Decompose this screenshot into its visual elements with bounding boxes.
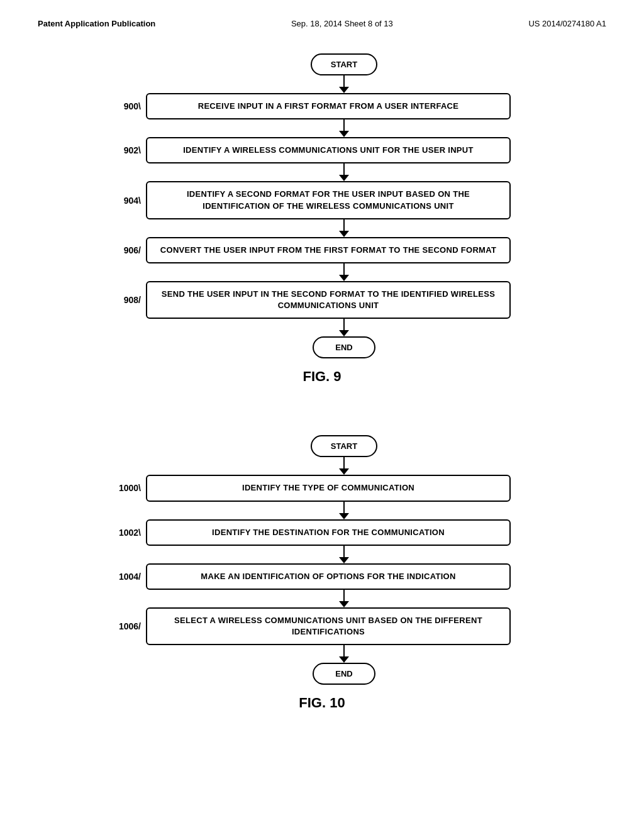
arrow-908 xyxy=(102,319,542,336)
end-oval-10: END xyxy=(313,663,375,685)
step-label-1006: 1006/ xyxy=(102,621,146,631)
step-row-902: 902\ IDENTIFY A WIRELESS COMMUNICATIONS … xyxy=(102,137,542,163)
arrow-head xyxy=(339,131,349,137)
figure-10: START 1000\ IDENTIFY THE TYPE OF COMMUNI… xyxy=(38,435,606,711)
step-box-906: CONVERT THE USER INPUT FROM THE FIRST FO… xyxy=(146,237,511,263)
end-oval-9: END xyxy=(313,336,375,358)
arrow-1004 xyxy=(102,590,542,607)
page: Patent Application Publication Sep. 18, … xyxy=(0,0,644,830)
header-center: Sep. 18, 2014 Sheet 8 of 13 xyxy=(291,19,393,28)
step-box-1004: MAKE AN IDENTIFICATION OF OPTIONS FOR TH… xyxy=(146,563,511,590)
arrow-start-10 xyxy=(102,457,542,475)
step-row-1004: 1004/ MAKE AN IDENTIFICATION OF OPTIONS … xyxy=(102,563,542,590)
end-oval-wrapper-10: END xyxy=(102,663,542,685)
step-label-1004: 1004/ xyxy=(102,572,146,582)
header-right: US 2014/0274180 A1 xyxy=(528,19,606,28)
start-oval-wrapper-10: START xyxy=(102,435,542,457)
arrow-head xyxy=(339,330,349,336)
step-label-908: 908/ xyxy=(102,295,146,305)
arrow-head xyxy=(339,231,349,237)
step-label-906: 906/ xyxy=(102,245,146,255)
step-row-1000: 1000\ IDENTIFY THE TYPE OF COMMUNICATION xyxy=(102,475,542,501)
arrow-head xyxy=(339,175,349,181)
arrow-start-9 xyxy=(102,75,542,93)
arrow-line xyxy=(343,502,345,513)
step-row-904: 904\ IDENTIFY A SECOND FORMAT FOR THE US… xyxy=(102,181,542,219)
step-box-908: SEND THE USER INPUT IN THE SECOND FORMAT… xyxy=(146,281,511,319)
step-label-1000: 1000\ xyxy=(102,483,146,493)
arrow-head xyxy=(339,656,349,663)
arrow-900 xyxy=(102,119,542,137)
step-box-1000: IDENTIFY THE TYPE OF COMMUNICATION xyxy=(146,475,511,501)
start-oval-10: START xyxy=(311,435,377,457)
arrow-line xyxy=(343,263,345,275)
arrow-902 xyxy=(102,163,542,181)
arrow-line xyxy=(343,75,345,87)
figures-container: START 900\ RECEIVE INPUT IN A FIRST FORM… xyxy=(38,53,606,717)
arrow-1002 xyxy=(102,546,542,563)
arrow-head xyxy=(339,468,349,475)
arrow-head xyxy=(339,275,349,281)
step-label-904: 904\ xyxy=(102,196,146,206)
step-row-1002: 1002\ IDENTIFY THE DESTINATION FOR THE C… xyxy=(102,519,542,546)
step-row-906: 906/ CONVERT THE USER INPUT FROM THE FIR… xyxy=(102,237,542,263)
arrow-1006 xyxy=(102,645,542,663)
page-header: Patent Application Publication Sep. 18, … xyxy=(38,19,606,28)
arrow-line xyxy=(343,319,345,330)
fig9-label: FIG. 9 xyxy=(303,368,341,385)
step-box-1006: SELECT A WIRELESS COMMUNICATIONS UNIT BA… xyxy=(146,607,511,645)
start-oval-wrapper-9: START xyxy=(102,53,542,75)
arrow-906 xyxy=(102,263,542,281)
start-oval-9: START xyxy=(311,53,377,75)
arrow-line xyxy=(343,163,345,175)
arrow-head xyxy=(339,87,349,93)
step-row-1006: 1006/ SELECT A WIRELESS COMMUNICATIONS U… xyxy=(102,607,542,645)
arrow-line xyxy=(343,457,345,468)
flowchart-10: START 1000\ IDENTIFY THE TYPE OF COMMUNI… xyxy=(102,435,542,685)
flowchart-9: START 900\ RECEIVE INPUT IN A FIRST FORM… xyxy=(102,53,542,358)
arrow-line xyxy=(343,546,345,557)
step-label-1002: 1002\ xyxy=(102,528,146,538)
arrow-line xyxy=(343,590,345,601)
step-box-902: IDENTIFY A WIRELESS COMMUNICATIONS UNIT … xyxy=(146,137,511,163)
arrow-head xyxy=(339,513,349,519)
step-row-900: 900\ RECEIVE INPUT IN A FIRST FORMAT FRO… xyxy=(102,93,542,119)
arrow-1000 xyxy=(102,502,542,519)
figure-9: START 900\ RECEIVE INPUT IN A FIRST FORM… xyxy=(38,53,606,385)
arrow-904 xyxy=(102,219,542,237)
arrow-line xyxy=(343,219,345,231)
arrow-head xyxy=(339,557,349,563)
end-oval-wrapper-9: END xyxy=(102,336,542,358)
header-left: Patent Application Publication xyxy=(38,19,155,28)
step-row-908: 908/ SEND THE USER INPUT IN THE SECOND F… xyxy=(102,281,542,319)
step-label-900: 900\ xyxy=(102,101,146,111)
step-label-902: 902\ xyxy=(102,145,146,155)
arrow-line xyxy=(343,119,345,131)
arrow-line xyxy=(343,645,345,656)
step-box-904: IDENTIFY A SECOND FORMAT FOR THE USER IN… xyxy=(146,181,511,219)
step-box-1002: IDENTIFY THE DESTINATION FOR THE COMMUNI… xyxy=(146,519,511,546)
fig10-label: FIG. 10 xyxy=(299,695,345,711)
arrow-head xyxy=(339,601,349,607)
step-box-900: RECEIVE INPUT IN A FIRST FORMAT FROM A U… xyxy=(146,93,511,119)
